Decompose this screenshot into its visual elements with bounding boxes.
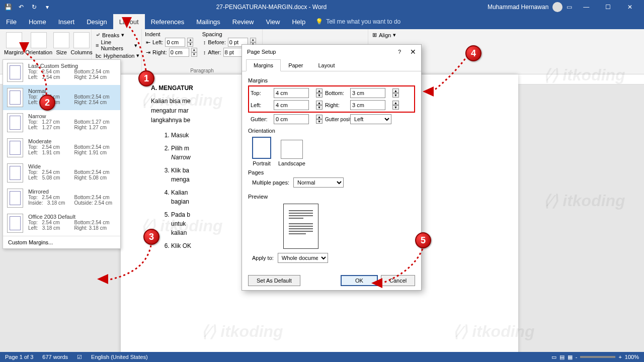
zoom-in[interactable]: + [618, 354, 621, 360]
margin-preset-narrow[interactable]: Narrow Top: 1.27 cm Bottom:1.27 cm Left:… [3, 110, 120, 135]
annotation-3: 3 [143, 229, 159, 245]
preset-icon [7, 113, 23, 132]
dialog-tab-layout[interactable]: Layout [310, 59, 342, 71]
multiple-pages-select[interactable]: Normal [293, 177, 344, 188]
hyphenation-button[interactable]: bcHyphenation ▾ [95, 52, 138, 59]
columns-button[interactable]: Columns [70, 31, 93, 56]
set-default-button[interactable]: Set As Default [248, 275, 300, 286]
page-indicator[interactable]: Page 1 of 3 [5, 354, 33, 360]
tell-me-placeholder: Tell me what you want to do [326, 18, 400, 25]
close-button[interactable]: ✕ [620, 4, 640, 11]
tab-references[interactable]: References [145, 14, 190, 29]
spin-up[interactable]: ▲ [187, 38, 193, 42]
tab-home[interactable]: Home [23, 14, 52, 29]
arrow-pointer [423, 86, 434, 97]
align-button[interactable]: ⊞Align ▾ [371, 31, 406, 39]
zoom-out[interactable]: - [576, 354, 578, 360]
preview-box [283, 204, 318, 249]
preset-icon [7, 214, 23, 233]
gutter-pos-label: Gutter position: [325, 117, 348, 122]
dialog-body: Margins Top: ▲▼ Bottom: ▲▼ Left: ▲▼ Righ… [242, 71, 421, 271]
minimize-button[interactable]: — [576, 4, 596, 11]
hyphenation-icon: bc [96, 53, 102, 59]
cancel-button[interactable]: Cancel [381, 275, 415, 286]
quick-access-toolbar: 💾 ↶ ↻ ▾ [0, 4, 55, 11]
spacing-after-input[interactable] [223, 48, 244, 57]
preset-icon [7, 88, 23, 107]
indent-left-icon: ⇤ [146, 39, 150, 46]
tab-insert[interactable]: Insert [52, 14, 81, 29]
dialog-tab-margins[interactable]: Margins [246, 59, 281, 71]
qat-dropdown-icon[interactable]: ▾ [43, 4, 51, 11]
tab-help[interactable]: Help [286, 14, 311, 29]
window-controls: — ☐ ✕ [576, 4, 640, 11]
apply-to-select[interactable]: Whole document [278, 253, 328, 263]
tab-view[interactable]: View [260, 14, 286, 29]
language-indicator[interactable]: English (United States) [91, 354, 148, 360]
web-layout-icon[interactable]: ▦ [568, 354, 573, 360]
word-count[interactable]: 677 words [42, 354, 68, 360]
right-input[interactable] [350, 100, 385, 110]
orientation-label: Orientation [25, 49, 52, 55]
gutter-position-select[interactable]: Left [350, 114, 391, 124]
columns-label: Columns [70, 49, 92, 55]
ribbon-tabs: File Home Insert Design Layout Reference… [0, 14, 644, 29]
redo-icon[interactable]: ↻ [30, 4, 38, 11]
landscape-option[interactable]: Landscape [278, 137, 305, 166]
line-numbers-button[interactable]: ≡Line Numbers ▾ [95, 39, 138, 52]
dialog-title: Page Setup [247, 49, 398, 55]
spin-down[interactable]: ▼ [187, 42, 193, 47]
indent-right-input[interactable] [169, 48, 189, 57]
zoom-level[interactable]: 100% [625, 354, 639, 360]
avatar[interactable] [552, 2, 562, 12]
multiple-pages-label: Multiple pages: [252, 179, 289, 186]
tab-mailings[interactable]: Mailings [190, 14, 226, 29]
zoom-slider[interactable] [580, 356, 615, 358]
preset-icon [7, 163, 23, 183]
tab-file[interactable]: File [0, 14, 23, 29]
indent-left-input[interactable] [165, 38, 185, 47]
save-icon[interactable]: 💾 [4, 4, 12, 11]
top-input[interactable] [274, 88, 309, 98]
preset-name: Mirrored [28, 189, 116, 195]
margin-preset-normal[interactable]: Normal Top: 2.54 cm Bottom:2.54 cm Left:… [3, 85, 120, 110]
gutter-row: Gutter: ▲▼ Gutter position: Left [248, 113, 415, 126]
document-title: 27-PENGATURAN-MARGIN.docx - Word [55, 4, 488, 11]
custom-margins-item[interactable]: Custom Margins... [3, 236, 120, 248]
orientation-icon [31, 32, 47, 48]
size-button[interactable]: Size [53, 31, 70, 56]
dialog-close-button[interactable]: ✕ [410, 48, 416, 56]
annotation-2: 2 [39, 95, 55, 111]
tab-design[interactable]: Design [80, 14, 113, 29]
preset-icon [7, 138, 23, 157]
dialog-titlebar: Page Setup ? ✕ [242, 45, 421, 59]
tell-me-search[interactable]: 💡 Tell me what you want to do [315, 18, 400, 25]
spin-down[interactable]: ▼ [316, 93, 323, 98]
margin-preset-moderate[interactable]: Moderate Top: 2.54 cm Bottom:2.54 cm Lef… [3, 135, 120, 160]
left-input[interactable] [274, 100, 309, 110]
margins-input-grid: Top: ▲▼ Bottom: ▲▼ Left: ▲▼ Right: ▲▼ [248, 85, 415, 113]
breaks-button[interactable]: ⤶Breaks ▾ [95, 31, 138, 39]
spin-up[interactable]: ▲ [316, 88, 323, 93]
margin-preset-last-custom-setting[interactable]: Last Custom Setting Top: 2.54 cm Bottom:… [3, 60, 120, 85]
bottom-input[interactable] [350, 88, 385, 98]
undo-icon[interactable]: ↶ [17, 4, 25, 11]
margin-preset-wide[interactable]: Wide Top: 2.54 cm Bottom:2.54 cm Left: 5… [3, 160, 120, 186]
ribbon-display-icon[interactable]: ▭ [567, 4, 572, 11]
preset-name: Office 2003 Default [28, 214, 116, 220]
portrait-icon [252, 137, 271, 159]
read-mode-icon[interactable]: ▭ [551, 354, 556, 360]
margin-preset-office-2003-default[interactable]: Office 2003 Default Top: 2.54 cm Bottom:… [3, 211, 120, 236]
gutter-input[interactable] [274, 114, 309, 124]
preset-name: Last Custom Setting [28, 63, 116, 69]
preset-name: Wide [28, 163, 116, 169]
dialog-tab-paper[interactable]: Paper [281, 59, 310, 71]
spell-check-icon[interactable]: ☑ [77, 354, 82, 360]
title-bar: 💾 ↶ ↻ ▾ 27-PENGATURAN-MARGIN.docx - Word… [0, 0, 644, 14]
tab-review[interactable]: Review [226, 14, 260, 29]
margin-preset-mirrored[interactable]: Mirrored Top: 2.54 cm Bottom:2.54 cm Ins… [3, 186, 120, 211]
portrait-option[interactable]: Portrait [252, 137, 271, 166]
print-layout-icon[interactable]: ▤ [559, 354, 565, 360]
maximize-button[interactable]: ☐ [598, 4, 618, 11]
dialog-help-button[interactable]: ? [398, 49, 401, 55]
